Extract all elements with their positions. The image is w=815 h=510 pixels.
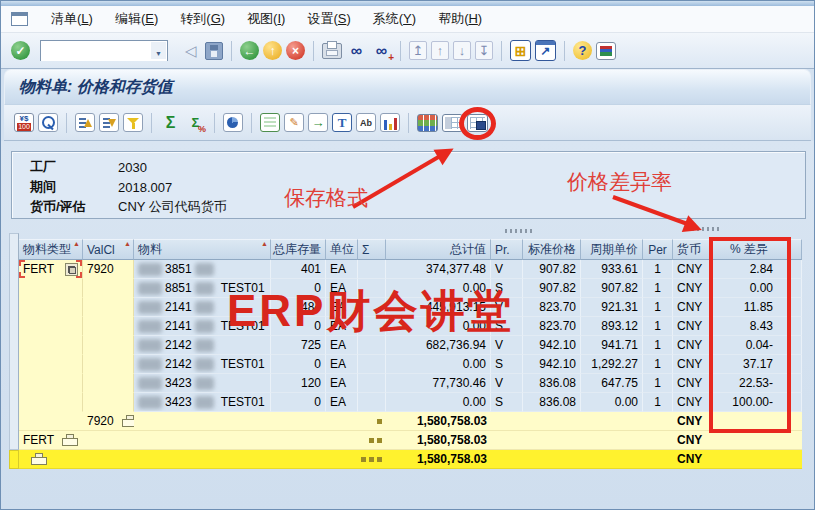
menu-item-G[interactable]: 转到(G) (169, 7, 236, 31)
cell-sum-marker[interactable] (358, 298, 386, 317)
cell-currency[interactable]: CNY (673, 431, 711, 450)
cell-period-price[interactable]: 893.12 (581, 317, 643, 336)
cell-unit[interactable]: EA (326, 298, 358, 317)
cell-period-price[interactable]: 647.75 (581, 374, 643, 393)
cell-per[interactable] (643, 412, 673, 431)
cell-per[interactable]: 1 (643, 298, 673, 317)
column-header-unit[interactable]: 单位 (326, 239, 358, 260)
cell-std-price[interactable] (523, 450, 581, 469)
cell-price-control[interactable] (491, 431, 523, 450)
cell-material-type[interactable]: FERT (19, 260, 83, 279)
cell-std-price[interactable] (523, 431, 581, 450)
cell-total-value[interactable]: 77,730.46 (386, 374, 491, 393)
cell-unit[interactable] (326, 431, 358, 450)
cell-per[interactable] (643, 450, 673, 469)
cell-diff-pct[interactable] (711, 412, 788, 431)
cell-valcl[interactable] (83, 279, 134, 298)
cell-stock-qty[interactable]: 0 (271, 393, 326, 412)
cell-per[interactable]: 1 (643, 260, 673, 279)
cell-diff-pct[interactable] (711, 431, 788, 450)
column-header-material[interactable]: 物料▲ (134, 239, 271, 260)
menu-item-L[interactable]: 清单(L) (40, 7, 104, 31)
table-row[interactable]: FERT79203851401EA374,377.48V907.82933.61… (19, 260, 802, 279)
table-row[interactable]: 3423TEST010EA0.00S836.080.001CNY100.00- (19, 393, 802, 412)
cell-valcl[interactable] (83, 374, 134, 393)
cell-per[interactable]: 1 (643, 279, 673, 298)
create-shortcut-icon[interactable]: ↗ (535, 40, 556, 61)
cell-valcl[interactable] (83, 355, 134, 374)
cell-diff-pct[interactable]: 0.00 (711, 279, 788, 298)
cell-period-price[interactable] (581, 431, 643, 450)
cell-unit[interactable]: EA (326, 374, 358, 393)
local-file-icon[interactable]: → (308, 113, 328, 132)
cell-diff-pct[interactable]: 2.84 (711, 260, 788, 279)
graphic-icon[interactable] (380, 113, 400, 132)
select-view-icon[interactable] (417, 114, 438, 132)
cell-per[interactable]: 1 (643, 336, 673, 355)
column-header-per[interactable]: Per (643, 239, 673, 260)
word-processing-icon[interactable]: ✎ (284, 113, 304, 132)
currency-100-icon[interactable] (14, 113, 34, 132)
cell-material-type[interactable] (19, 336, 83, 355)
table-row[interactable]: 2142TEST010EA0.00S942.101,292.271CNY37.1… (19, 355, 802, 374)
cell-total-value[interactable]: 0.00 (386, 317, 491, 336)
cell-sum-marker[interactable] (358, 279, 386, 298)
cell-material[interactable]: 3423 (134, 374, 271, 393)
cancel-icon[interactable]: × (286, 41, 305, 60)
cell-diff-pct[interactable] (711, 450, 788, 469)
column-header-total-value[interactable]: 总计值 (386, 239, 491, 260)
cell-sum-marker[interactable] (358, 260, 386, 279)
cell-period-price[interactable]: 1,292.27 (581, 355, 643, 374)
cell-std-price[interactable]: 942.10 (523, 355, 581, 374)
total-icon[interactable]: Σ (160, 112, 181, 133)
cell-unit[interactable]: EA (326, 260, 358, 279)
column-header-currency[interactable]: 货币 (673, 239, 711, 260)
cell-valcl[interactable] (83, 450, 134, 469)
subtotal-drilldown-icon[interactable] (31, 453, 45, 465)
column-header-price-control[interactable]: Pr. (491, 239, 523, 260)
cell-total-value[interactable]: 1,580,758.03 (386, 412, 491, 431)
cell-unit[interactable]: EA (326, 279, 358, 298)
cell-std-price[interactable]: 836.08 (523, 374, 581, 393)
system-menu-icon[interactable] (11, 12, 28, 26)
cell-valcl[interactable] (83, 298, 134, 317)
menu-item-H[interactable]: 帮助(H) (427, 7, 493, 31)
cell-per[interactable]: 1 (643, 374, 673, 393)
cell-sum-marker[interactable] (358, 355, 386, 374)
command-field[interactable] (41, 42, 167, 61)
cell-stock-qty[interactable]: 0 (271, 279, 326, 298)
help-icon[interactable]: ? (573, 41, 592, 60)
cell-unit[interactable]: EA (326, 355, 358, 374)
table-row[interactable]: 3423120EA77,730.46V836.08647.751CNY22.53… (19, 374, 802, 393)
cell-unit[interactable] (326, 412, 358, 431)
spreadsheet-icon[interactable] (260, 113, 280, 132)
menu-item-E[interactable]: 编辑(E) (104, 7, 169, 31)
cell-total-value[interactable]: 682,736.94 (386, 336, 491, 355)
cell-material-type[interactable] (19, 393, 83, 412)
cell-price-control[interactable] (491, 450, 523, 469)
cell-sum-marker[interactable] (358, 450, 386, 469)
cell-period-price[interactable]: 0.00 (581, 393, 643, 412)
cell-stock-qty[interactable]: 725 (271, 336, 326, 355)
cell-total-value[interactable]: 445,913.15 (386, 298, 491, 317)
cell-currency[interactable]: CNY (673, 412, 711, 431)
abc-analysis-icon[interactable] (223, 113, 243, 132)
cell-stock-qty[interactable] (271, 412, 326, 431)
cell-diff-pct[interactable]: 8.43 (711, 317, 788, 336)
cell-material-type[interactable] (19, 298, 83, 317)
cell-period-price[interactable]: 933.61 (581, 260, 643, 279)
cell-valcl[interactable]: 7920 (83, 412, 134, 431)
cell-total-value[interactable]: 0.00 (386, 355, 491, 374)
menu-item-Y[interactable]: 系统(Y) (362, 7, 427, 31)
column-header-stock-qty[interactable]: 总库存量 (271, 239, 326, 260)
table-row[interactable]: 2141484EA445,913.15V823.70921.311CNY11.8… (19, 298, 802, 317)
cell-material[interactable]: 8851TEST01 (134, 279, 271, 298)
cell-diff-pct[interactable]: 100.00- (711, 393, 788, 412)
find-next-icon[interactable]: ∞ (371, 40, 392, 61)
cell-material[interactable] (134, 450, 271, 469)
cell-std-price[interactable]: 942.10 (523, 336, 581, 355)
cell-price-control[interactable]: V (491, 298, 523, 317)
column-header-diff-pct[interactable]: % 差异 (711, 239, 788, 260)
cell-per[interactable]: 1 (643, 317, 673, 336)
find-icon[interactable]: ∞ (346, 40, 367, 61)
